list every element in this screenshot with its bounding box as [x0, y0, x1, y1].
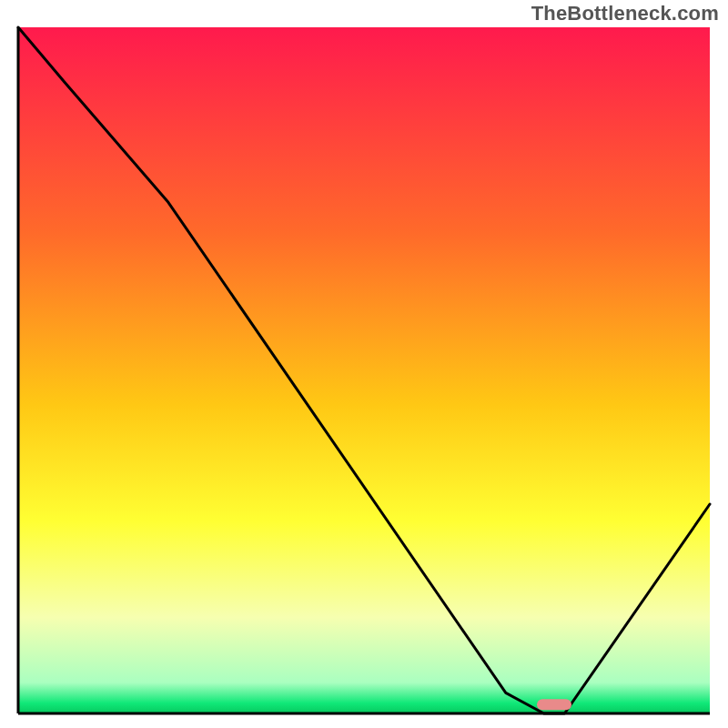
optimal-marker [537, 699, 571, 710]
watermark-text: TheBottleneck.com [531, 2, 719, 25]
plot-background [18, 27, 710, 713]
chart-container: TheBottleneck.com [0, 0, 728, 728]
bottleneck-chart [0, 0, 728, 728]
